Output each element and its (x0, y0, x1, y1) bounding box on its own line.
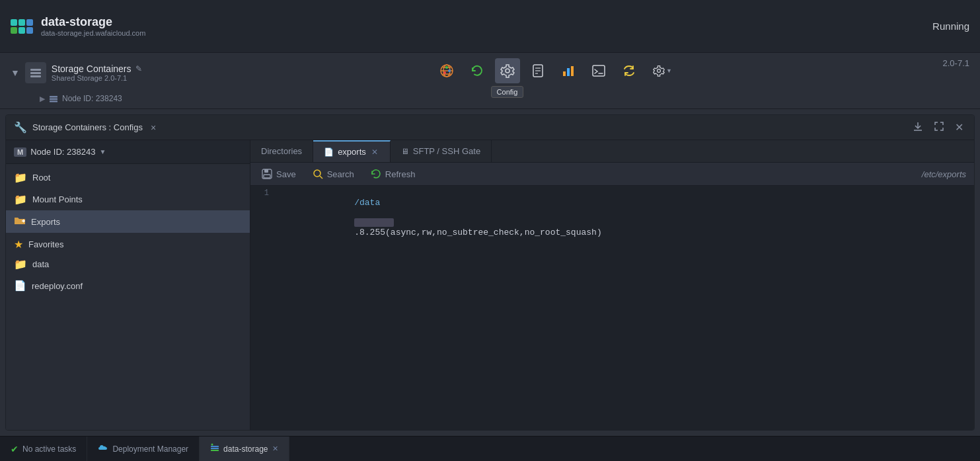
sync-btn[interactable] (617, 58, 642, 83)
console-btn[interactable] (586, 58, 611, 83)
docs-btn[interactable] (525, 58, 550, 83)
svg-point-31 (314, 170, 320, 177)
icon-dot-4 (11, 27, 17, 34)
sftp-tab[interactable]: 🖥 SFTP / SSH Gate (391, 140, 492, 162)
main-content: 🔧 Storage Containers : Configs × (0, 109, 980, 436)
data-storage-tab[interactable]: data-storage ✕ (200, 437, 289, 461)
svg-rect-17 (567, 68, 570, 76)
favorites-label: Favorites (28, 239, 63, 249)
tabs-row: Directories 📄 exports ✕ 🖥 SFTP / SSH Gat… (250, 140, 974, 163)
sidebar-items: 📁 Root 📁 Mount Points (6, 164, 250, 430)
svg-rect-29 (264, 169, 268, 173)
exports-tab-label: exports (338, 147, 366, 157)
star-icon: ★ (14, 238, 23, 251)
fav-data-item[interactable]: 📁 data (6, 253, 250, 275)
icon-dot-5 (19, 27, 25, 34)
directories-tab[interactable]: Directories (250, 140, 313, 162)
globe-btn[interactable] (434, 58, 459, 83)
config-tooltip: Config (491, 86, 524, 98)
exports-tab-close-btn[interactable]: ✕ (370, 147, 379, 157)
save-btn[interactable]: Save (258, 167, 299, 181)
bottom-bar: ✔ No active tasks Deployment Manager dat… (0, 436, 980, 461)
top-bar: data-storage data-storage.jed.wafaicloud… (0, 0, 980, 53)
storage-containers-area: ▼ Storage Containers ✎ Shared Storage 2.… (0, 53, 980, 109)
svg-rect-35 (211, 450, 219, 451)
editor-refresh-btn[interactable]: Refresh (367, 167, 418, 181)
storage-icon (25, 62, 46, 83)
editor-refresh-icon (370, 168, 382, 180)
no-active-tasks-label: No active tasks (22, 444, 76, 454)
main-panel: Directories 📄 exports ✕ 🖥 SFTP / SSH Gat… (250, 140, 974, 430)
svg-point-11 (506, 69, 509, 73)
stats-btn[interactable] (556, 58, 581, 83)
panel-expand-btn[interactable] (931, 120, 947, 136)
exports-tab-icon: 📄 (324, 147, 334, 157)
icon-dot-3 (26, 19, 33, 26)
exports-tab[interactable]: 📄 exports ✕ (313, 140, 391, 162)
directories-tab-label: Directories (261, 146, 302, 156)
grid-icon (210, 443, 219, 454)
svg-rect-22 (50, 96, 57, 98)
node-expand-arrow[interactable]: ▶ (40, 95, 45, 103)
settings-btn[interactable]: ▼ (647, 58, 679, 83)
refresh-label: Refresh (385, 169, 416, 179)
deployment-manager-tab[interactable]: Deployment Manager (87, 437, 200, 461)
server-status: Running (932, 21, 969, 32)
svg-rect-30 (264, 175, 270, 178)
storage-info: Storage Containers ✎ Shared Storage 2.0-… (52, 63, 142, 82)
svg-line-32 (320, 176, 322, 179)
node-badge: M (14, 147, 26, 157)
favorites-section: ★ Favorites (6, 233, 250, 253)
storage-title: Storage Containers ✎ (52, 63, 142, 74)
node-id-row: ▶ Node ID: 238243 (0, 89, 980, 108)
config-btn[interactable] (495, 58, 520, 83)
server-info: data-storage data-storage.jed.wafaicloud… (41, 15, 145, 37)
refresh-btn[interactable] (465, 58, 490, 83)
mount-points-label: Mount Points (32, 194, 83, 204)
sidebar-node-header[interactable]: M Node ID: 238243 ▼ (6, 140, 250, 164)
editor-content[interactable]: 1 /data .8.255(async,rw,no_subtree_check… (250, 186, 974, 430)
data-storage-tab-label: data-storage (223, 444, 268, 454)
search-btn[interactable]: Search (309, 167, 357, 181)
panel-header: 🔧 Storage Containers : Configs × (6, 115, 974, 140)
mount-points-item[interactable]: 📁 Mount Points (6, 189, 250, 210)
search-icon (312, 168, 324, 180)
data-storage-close-btn[interactable]: ✕ (272, 444, 278, 453)
root-folder-icon: 📁 (14, 171, 27, 184)
editor-filepath: /etc/exports (922, 169, 966, 179)
panel-title: Storage Containers : Configs (32, 122, 143, 132)
sftp-tab-icon: 🖥 (401, 147, 409, 156)
fav-data-folder-icon: 📁 (14, 258, 27, 271)
sidebar-node-label: Node ID: 238243 (30, 147, 95, 157)
panel-body: M Node ID: 238243 ▼ 📁 Root 📁 Mount Point… (6, 140, 974, 430)
svg-rect-0 (30, 69, 41, 71)
svg-rect-23 (50, 99, 57, 101)
line-number-1: 1 (250, 189, 277, 198)
panel-wrench-icon: 🔧 (14, 121, 27, 134)
svg-rect-18 (571, 66, 574, 76)
panel-download-btn[interactable] (910, 120, 926, 136)
svg-point-21 (658, 69, 661, 73)
save-icon (261, 168, 273, 180)
save-label: Save (276, 169, 296, 179)
cloud-icon (98, 442, 108, 455)
panel-header-right: ✕ (910, 120, 966, 136)
root-label: Root (32, 173, 50, 183)
svg-point-8 (445, 66, 448, 69)
svg-rect-2 (30, 75, 41, 77)
check-icon: ✔ (11, 444, 19, 454)
collapse-arrow[interactable]: ▼ (11, 67, 20, 78)
line-content-1: /data .8.255(async,rw,no_subtree_check,n… (277, 188, 607, 247)
svg-rect-33 (211, 446, 219, 447)
exports-item[interactable]: Exports (6, 210, 250, 233)
root-item[interactable]: 📁 Root (6, 167, 250, 189)
exports-folder-icon (14, 215, 26, 228)
no-active-tasks-tab[interactable]: ✔ No active tasks (0, 437, 87, 461)
svg-rect-24 (50, 101, 57, 103)
edit-icon[interactable]: ✎ (135, 64, 142, 73)
fav-redeploy-item[interactable]: 📄 redeploy.conf (6, 275, 250, 296)
svg-point-36 (211, 444, 213, 446)
panel-close-btn[interactable]: × (148, 121, 159, 134)
panel-close-x-btn[interactable]: ✕ (952, 120, 966, 135)
svg-rect-16 (563, 71, 566, 76)
